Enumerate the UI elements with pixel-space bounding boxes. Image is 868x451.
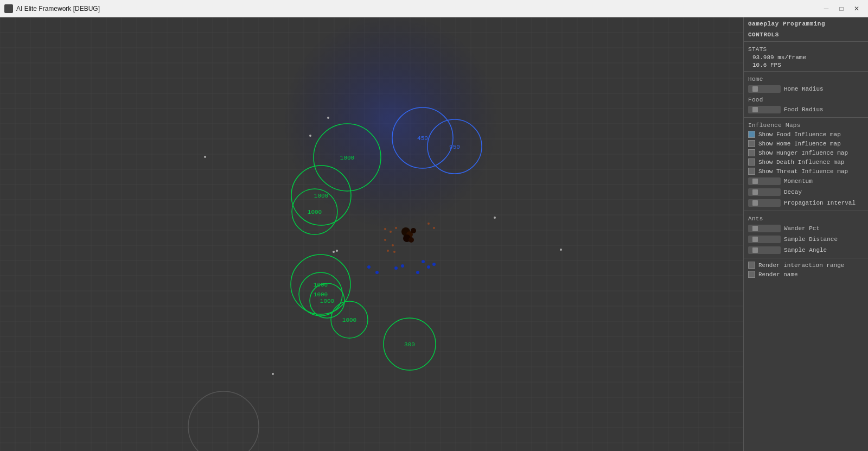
wander-pct-row: Wander Pct [744, 223, 868, 234]
section-controls-title: CONTROLS [744, 28, 868, 39]
show-food-influence-row: Show Food Influence map [744, 130, 868, 139]
sample-distance-row: Sample Distance [744, 234, 868, 245]
render-name-checkbox[interactable] [748, 271, 755, 278]
sample-distance-label: Sample Distance [784, 236, 864, 243]
show-home-influence-checkbox[interactable] [748, 140, 755, 147]
show-death-influence-label: Show Death Influence map [758, 159, 844, 166]
home-radius-row: Home Radius [744, 84, 868, 94]
food-radius-label: Food Radius [784, 106, 864, 113]
sample-angle-slider[interactable] [748, 246, 781, 254]
app-icon [4, 4, 13, 13]
title-bar-controls: ─ □ ✕ [819, 3, 864, 14]
decay-slider[interactable] [748, 188, 781, 196]
render-name-row: Render name [744, 270, 868, 279]
propagation-row: Propagation Interval [744, 198, 868, 208]
home-radius-label: Home Radius [784, 86, 864, 92]
home-header: Home [744, 74, 868, 84]
show-home-influence-row: Show Home Influence map [744, 139, 868, 148]
wander-pct-slider[interactable] [748, 225, 781, 232]
home-radius-slider[interactable] [748, 85, 781, 93]
show-death-influence-row: Show Death Influence map [744, 157, 868, 167]
show-threat-influence-label: Show Threat Influence map [758, 168, 848, 175]
window-title: AI Elite Framework [DEBUG] [16, 5, 100, 12]
show-food-influence-label: Show Food Influence map [758, 131, 841, 138]
divider-1 [744, 41, 868, 42]
decay-row: Decay [744, 187, 868, 198]
game-canvas [0, 17, 743, 451]
render-name-label: Render name [758, 271, 798, 278]
render-interaction-range-label: Render interaction range [758, 262, 844, 269]
sample-angle-row: Sample Angle [744, 245, 868, 256]
decay-label: Decay [784, 189, 864, 195]
render-interaction-range-row: Render interaction range [744, 261, 868, 270]
divider-5 [744, 258, 868, 258]
stats-header: STATS [744, 44, 868, 54]
food-header: Food [744, 94, 868, 104]
right-panel: Gameplay Programming CONTROLS STATS 93.9… [743, 17, 868, 451]
food-radius-slider[interactable] [748, 106, 781, 113]
main-content: Gameplay Programming CONTROLS STATS 93.9… [0, 17, 868, 451]
render-interaction-range-checkbox[interactable] [748, 262, 755, 269]
title-bar: AI Elite Framework [DEBUG] ─ □ ✕ [0, 0, 868, 17]
game-area [0, 17, 743, 451]
divider-2 [744, 71, 868, 72]
show-threat-influence-row: Show Threat Influence map [744, 167, 868, 176]
ants-header: Ants [744, 213, 868, 223]
title-bar-left: AI Elite Framework [DEBUG] [4, 4, 100, 13]
momentum-row: Momentum [744, 176, 868, 187]
show-hunger-influence-checkbox[interactable] [748, 149, 755, 156]
show-threat-influence-checkbox[interactable] [748, 168, 755, 175]
food-radius-row: Food Radius [744, 104, 868, 115]
minimize-button[interactable]: ─ [819, 3, 833, 14]
influence-maps-header: Influence Maps [744, 120, 868, 130]
propagation-slider[interactable] [748, 199, 781, 207]
sample-distance-slider[interactable] [748, 236, 781, 243]
propagation-label: Propagation Interval [784, 200, 864, 206]
show-food-influence-checkbox[interactable] [748, 131, 755, 138]
stat-fps-value: 10.6 FPS [744, 61, 868, 69]
show-home-influence-label: Show Home Influence map [758, 141, 841, 147]
maximize-button[interactable]: □ [834, 3, 848, 14]
divider-4 [744, 211, 868, 211]
wander-pct-label: Wander Pct [784, 225, 864, 232]
section-gameplay-title: Gameplay Programming [744, 17, 868, 28]
show-death-influence-checkbox[interactable] [748, 158, 755, 166]
momentum-label: Momentum [784, 178, 864, 185]
divider-3 [744, 117, 868, 118]
close-button[interactable]: ✕ [850, 3, 864, 14]
show-hunger-influence-row: Show Hunger Influence map [744, 148, 868, 157]
momentum-slider[interactable] [748, 177, 781, 185]
stat-ms-value: 93.989 ms/frame [744, 54, 868, 61]
sample-angle-label: Sample Angle [784, 247, 864, 253]
show-hunger-influence-label: Show Hunger Influence map [758, 150, 848, 156]
